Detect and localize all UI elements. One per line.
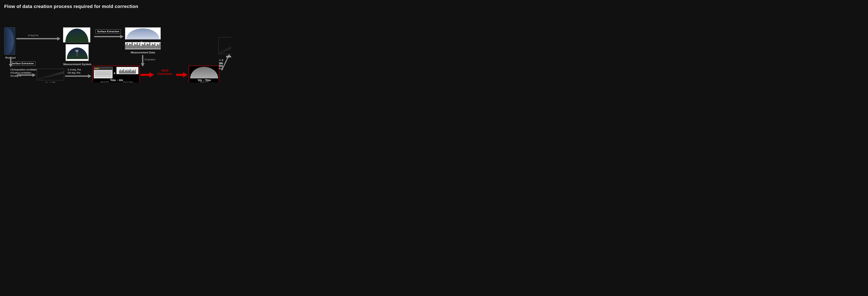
measurement-system-image: [66, 44, 89, 61]
mold-t0-label: Mold T0: [41, 81, 60, 82]
arrow-line: [17, 75, 32, 76]
arrow-line: [94, 36, 120, 37]
tooth: [143, 45, 144, 49]
measurement-data-label: Measurement Data: [125, 51, 161, 54]
tooth: [137, 43, 137, 49]
tooth: [146, 45, 147, 49]
tooth: [135, 45, 136, 49]
arrow-line-r: [176, 74, 183, 76]
tooth: [138, 45, 139, 49]
tooth: [159, 43, 160, 49]
tooth: [129, 43, 130, 49]
arrow-head: [120, 35, 124, 38]
evaluation-label: Evaluation: [145, 58, 155, 61]
tooth: [149, 42, 150, 49]
arrow-head-r: [149, 72, 154, 78]
tooth: [128, 45, 129, 49]
us-you-box: Us→You Mold T1*: [189, 66, 219, 82]
arrow-line: [17, 38, 57, 39]
arrow-head-v: [141, 63, 145, 67]
mold-t1star-dome: [190, 67, 218, 79]
tooth: [130, 44, 131, 49]
arrow-to-mold-t0: [17, 73, 36, 77]
arrow-head: [88, 74, 91, 78]
arrow-line-r: [141, 74, 149, 76]
b-deg-rot-label: B deg.Rot.: [21, 34, 46, 37]
mold-t1star-sub-label: Mold T1*: [189, 81, 220, 82]
arrow-red-to-mold-correction: [141, 72, 154, 77]
tooth: [158, 45, 159, 49]
mold-t1-blade: [219, 37, 231, 54]
meas-stand: [77, 51, 78, 57]
plus-sign-2: +: [114, 71, 116, 76]
tooth: [157, 44, 158, 49]
tooth: [139, 43, 140, 49]
diagram-area: Product B deg.Rot. Measurement System Su…: [4, 13, 227, 80]
arrow-line-v: [10, 57, 11, 64]
extracted-surface-image: [125, 27, 161, 39]
tooth: [148, 44, 149, 49]
step-1-label: ①Extrapolation (omittable): [10, 68, 37, 71]
mold-correction-label: Mold Correction: [154, 69, 176, 76]
tooth: [125, 45, 126, 49]
arrow-head-r: [183, 72, 188, 78]
tooth: [141, 46, 142, 49]
tooth: [144, 43, 145, 49]
arrow-head: [32, 73, 36, 77]
arrow-evaluation: [141, 55, 144, 67]
tooth: [132, 42, 132, 49]
arrow-head-v: [9, 64, 12, 67]
tooth: [133, 46, 134, 49]
mold-t0star-inner-image: [94, 67, 113, 79]
tooth: [147, 43, 148, 49]
tooth: [152, 44, 153, 49]
surface-extraction-side-label: Surface Extraction: [10, 61, 35, 66]
measurement-system-label: Measurement System: [61, 63, 94, 66]
mold-t1-step-2: ②A deg. Rot.: [219, 62, 227, 70]
arrow-line: [65, 76, 88, 77]
tooth: [153, 45, 154, 49]
surface-extraction-top-label: Surface Extraction: [96, 29, 121, 34]
mold-t0-image: [37, 69, 64, 80]
error-data-sub-label: Error Data: [118, 81, 139, 82]
top-dome-image: [63, 27, 90, 42]
main-container: Flow of data creation process required f…: [0, 0, 231, 82]
mold-t1-label: Mold T1: [220, 55, 231, 58]
tooth: [156, 46, 157, 49]
blade-shape: [37, 69, 64, 80]
arrow-product-down: [9, 57, 12, 67]
arrow-mold-t0-to-you-us: [65, 75, 91, 78]
tooth: [151, 46, 152, 49]
plus-sign-1: +: [141, 40, 143, 46]
arrow-line-v: [142, 55, 143, 63]
mold-t1-image: [219, 37, 231, 54]
tooth: [127, 43, 128, 49]
tooth: [154, 43, 155, 49]
arrow-meas-sys-to-data: [94, 35, 124, 38]
step-a-label: ①-A deg. Rot.: [67, 68, 82, 71]
arrow-red-to-us-you: [176, 72, 188, 77]
mold-t0star-sub-label: Mold T0*: [95, 81, 114, 82]
product-shape: [4, 28, 15, 55]
arrow-product-to-measurement: [17, 37, 61, 40]
step-b-label: ②B deg. Rot.: [67, 71, 81, 74]
error-data-ruler: [116, 67, 138, 74]
you-us-box: +: [92, 66, 140, 82]
meas-head: [75, 50, 79, 52]
tooth: [134, 44, 135, 49]
product-image: [4, 27, 15, 55]
arrow-head: [57, 37, 61, 40]
page-title: Flow of data creation process required f…: [4, 4, 227, 9]
